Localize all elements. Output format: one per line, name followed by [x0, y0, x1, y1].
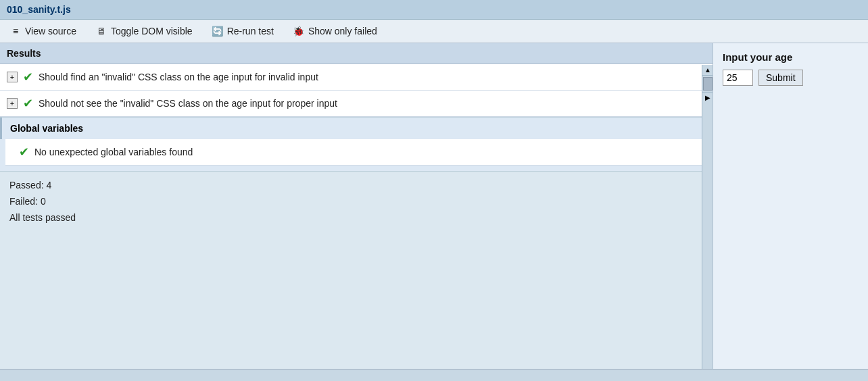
pass-icon-1: ✔	[23, 70, 33, 84]
results-header: Results	[0, 43, 713, 64]
submit-label: Submit	[766, 72, 796, 83]
lines-icon: ≡	[9, 25, 22, 37]
failed-count: Failed: 0	[9, 196, 703, 207]
show-only-failed-label: Show only failed	[308, 26, 377, 36]
test-label-1: Should find an "invalid" CSS class on th…	[39, 72, 318, 82]
global-test-label: No unexpected global variables found	[34, 147, 193, 157]
results-title: Results	[7, 48, 41, 59]
rerun-icon: 🔄	[212, 25, 224, 37]
rerun-test-label: Re-run test	[227, 26, 274, 36]
scrollbar-up-arrow[interactable]: ▲	[702, 65, 713, 76]
global-header-label: Global variables	[10, 123, 83, 134]
view-source-button[interactable]: ≡ View source	[7, 24, 79, 39]
show-only-failed-button[interactable]: 🐞 Show only failed	[290, 24, 380, 39]
right-panel-title: Input your age	[723, 51, 859, 63]
table-row: + ✔ Should find an "invalid" CSS class o…	[0, 64, 713, 91]
all-tests-status: All tests passed	[9, 212, 703, 223]
scrollbar-thumb[interactable]	[703, 77, 713, 91]
toggle-dom-label: Toggle DOM visible	[111, 26, 193, 36]
age-input[interactable]	[723, 70, 753, 86]
summary-section: Passed: 4 Failed: 0 All tests passed	[0, 172, 713, 231]
global-section-header: Global variables	[0, 118, 713, 139]
table-row: ✔ No unexpected global variables found	[5, 139, 707, 166]
title-bar: 010_sanity.t.js	[0, 0, 868, 20]
table-row: + ✔ Should not see the "invalid" CSS cla…	[0, 91, 713, 117]
monitor-icon: 🖥	[95, 25, 107, 37]
view-source-label: View source	[25, 26, 76, 36]
right-panel: Input your age Submit	[713, 43, 868, 369]
test-label-2: Should not see the "invalid" CSS class o…	[39, 98, 337, 109]
bottom-bar	[0, 369, 868, 381]
expand-button-1[interactable]: +	[7, 72, 18, 82]
pass-icon-2: ✔	[23, 96, 33, 111]
rerun-test-button[interactable]: 🔄 Re-run test	[209, 24, 276, 39]
passed-count: Passed: 4	[9, 180, 703, 190]
toolbar: ≡ View source 🖥 Toggle DOM visible 🔄 Re-…	[0, 20, 868, 43]
scrollbar-track: ▲ ▶	[702, 65, 713, 369]
main-area: Results + ✔ Should find an "invalid" CSS…	[0, 43, 868, 369]
global-section: Global variables ✔ No unexpected global …	[0, 117, 713, 172]
expand-button-2[interactable]: +	[7, 98, 18, 109]
bug-icon: 🐞	[293, 25, 305, 37]
submit-button[interactable]: Submit	[758, 70, 803, 86]
right-panel-form: Submit	[723, 70, 859, 86]
main-window: 010_sanity.t.js ≡ View source 🖥 Toggle D…	[0, 0, 868, 381]
toggle-dom-button[interactable]: 🖥 Toggle DOM visible	[93, 24, 195, 39]
results-panel: Results + ✔ Should find an "invalid" CSS…	[0, 43, 713, 369]
scrollbar-down-arrow[interactable]: ▶	[702, 92, 713, 103]
pass-icon-global: ✔	[19, 145, 29, 159]
window-title: 010_sanity.t.js	[7, 4, 71, 15]
